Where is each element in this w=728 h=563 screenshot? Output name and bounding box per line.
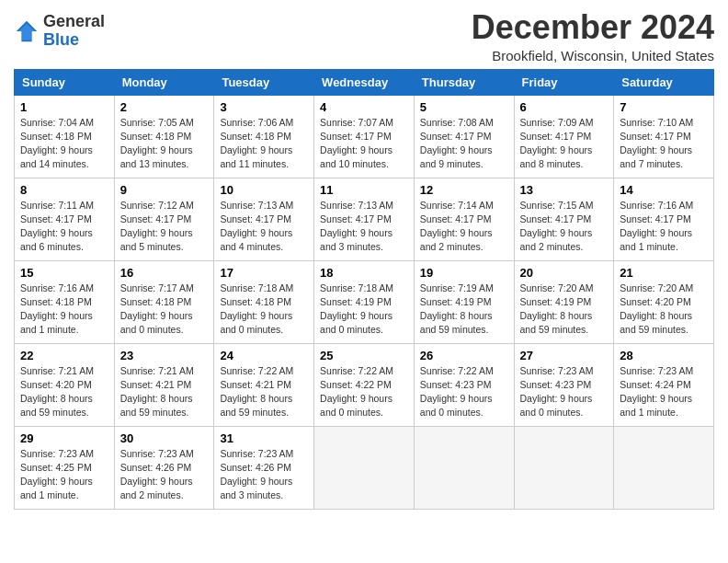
day-info: Sunrise: 7:22 AMSunset: 4:23 PMDaylight:… [420, 364, 508, 420]
week-row-3: 15Sunrise: 7:16 AMSunset: 4:18 PMDayligh… [15, 260, 714, 343]
header-friday: Friday [514, 69, 614, 95]
calendar-cell: 25Sunrise: 7:22 AMSunset: 4:22 PMDayligh… [314, 343, 415, 426]
calendar-cell: 14Sunrise: 7:16 AMSunset: 4:17 PMDayligh… [614, 178, 714, 260]
logo-icon [14, 18, 40, 44]
calendar-cell: 11Sunrise: 7:13 AMSunset: 4:17 PMDayligh… [314, 178, 415, 260]
day-number: 24 [220, 349, 308, 362]
day-info: Sunrise: 7:19 AMSunset: 4:19 PMDaylight:… [420, 282, 508, 338]
calendar-cell: 2Sunrise: 7:05 AMSunset: 4:18 PMDaylight… [114, 95, 214, 178]
day-number: 22 [20, 349, 108, 362]
day-info: Sunrise: 7:21 AMSunset: 4:21 PMDaylight:… [120, 364, 209, 420]
day-info: Sunrise: 7:10 AMSunset: 4:17 PMDaylight:… [620, 116, 708, 172]
day-number: 19 [420, 266, 508, 280]
day-info: Sunrise: 7:23 AMSunset: 4:25 PMDaylight:… [20, 447, 108, 503]
day-info: Sunrise: 7:21 AMSunset: 4:20 PMDaylight:… [20, 364, 108, 420]
day-number: 10 [220, 183, 308, 197]
day-number: 25 [320, 349, 408, 362]
day-number: 27 [520, 349, 609, 362]
day-info: Sunrise: 7:09 AMSunset: 4:17 PMDaylight:… [520, 116, 609, 172]
day-info: Sunrise: 7:12 AMSunset: 4:17 PMDaylight:… [120, 199, 209, 255]
title-block: December 2024 Brookfield, Wisconsin, Uni… [472, 9, 714, 63]
day-info: Sunrise: 7:16 AMSunset: 4:18 PMDaylight:… [20, 282, 108, 338]
calendar-cell: 29Sunrise: 7:23 AMSunset: 4:25 PMDayligh… [15, 426, 115, 509]
day-number: 30 [120, 431, 209, 445]
day-info: Sunrise: 7:23 AMSunset: 4:26 PMDaylight:… [220, 447, 308, 503]
calendar-cell: 24Sunrise: 7:22 AMSunset: 4:21 PMDayligh… [214, 343, 314, 426]
week-row-2: 8Sunrise: 7:11 AMSunset: 4:17 PMDaylight… [15, 178, 714, 260]
header-sunday: Sunday [15, 69, 115, 95]
day-number: 4 [320, 100, 408, 114]
day-info: Sunrise: 7:18 AMSunset: 4:18 PMDaylight:… [220, 282, 308, 338]
day-info: Sunrise: 7:15 AMSunset: 4:17 PMDaylight:… [520, 199, 609, 255]
day-number: 6 [520, 100, 609, 114]
day-number: 5 [420, 100, 508, 114]
calendar-cell: 19Sunrise: 7:19 AMSunset: 4:19 PMDayligh… [414, 260, 514, 343]
day-info: Sunrise: 7:08 AMSunset: 4:17 PMDaylight:… [420, 116, 508, 172]
header-wednesday: Wednesday [314, 69, 415, 95]
day-number: 11 [320, 183, 408, 197]
header-tuesday: Tuesday [214, 69, 314, 95]
calendar-cell: 15Sunrise: 7:16 AMSunset: 4:18 PMDayligh… [15, 260, 115, 343]
day-info: Sunrise: 7:07 AMSunset: 4:17 PMDaylight:… [320, 116, 408, 172]
day-info: Sunrise: 7:14 AMSunset: 4:17 PMDaylight:… [420, 199, 508, 255]
day-number: 12 [420, 183, 508, 197]
calendar-cell: 5Sunrise: 7:08 AMSunset: 4:17 PMDaylight… [414, 95, 514, 178]
day-info: Sunrise: 7:13 AMSunset: 4:17 PMDaylight:… [320, 199, 408, 255]
calendar-cell: 26Sunrise: 7:22 AMSunset: 4:23 PMDayligh… [414, 343, 514, 426]
day-number: 13 [520, 183, 609, 197]
day-number: 17 [220, 266, 308, 280]
calendar-cell: 10Sunrise: 7:13 AMSunset: 4:17 PMDayligh… [214, 178, 314, 260]
svg-marker-1 [18, 23, 35, 40]
day-number: 9 [120, 183, 209, 197]
day-number: 7 [620, 100, 708, 114]
calendar-cell: 13Sunrise: 7:15 AMSunset: 4:17 PMDayligh… [514, 178, 614, 260]
day-info: Sunrise: 7:23 AMSunset: 4:23 PMDaylight:… [520, 364, 609, 420]
week-row-5: 29Sunrise: 7:23 AMSunset: 4:25 PMDayligh… [15, 426, 714, 509]
day-number: 3 [220, 100, 308, 114]
day-info: Sunrise: 7:23 AMSunset: 4:26 PMDaylight:… [120, 447, 209, 503]
day-number: 18 [320, 266, 408, 280]
logo-blue: Blue [43, 31, 105, 50]
calendar-cell: 31Sunrise: 7:23 AMSunset: 4:26 PMDayligh… [214, 426, 314, 509]
calendar-cell: 4Sunrise: 7:07 AMSunset: 4:17 PMDaylight… [314, 95, 415, 178]
day-number: 8 [20, 183, 108, 197]
logo-general: General [43, 13, 105, 31]
day-number: 21 [620, 266, 708, 280]
header-saturday: Saturday [614, 69, 714, 95]
day-number: 20 [520, 266, 609, 280]
calendar-cell: 1Sunrise: 7:04 AMSunset: 4:18 PMDaylight… [15, 95, 115, 178]
month-title: December 2024 [472, 9, 714, 46]
day-info: Sunrise: 7:20 AMSunset: 4:19 PMDaylight:… [520, 282, 609, 338]
calendar-cell: 21Sunrise: 7:20 AMSunset: 4:20 PMDayligh… [614, 260, 714, 343]
day-number: 31 [220, 431, 308, 445]
calendar-cell: 20Sunrise: 7:20 AMSunset: 4:19 PMDayligh… [514, 260, 614, 343]
day-info: Sunrise: 7:05 AMSunset: 4:18 PMDaylight:… [120, 116, 209, 172]
calendar-cell: 28Sunrise: 7:23 AMSunset: 4:24 PMDayligh… [614, 343, 714, 426]
day-number: 29 [20, 431, 108, 445]
calendar-cell: 27Sunrise: 7:23 AMSunset: 4:23 PMDayligh… [514, 343, 614, 426]
day-info: Sunrise: 7:04 AMSunset: 4:18 PMDaylight:… [20, 116, 108, 172]
day-info: Sunrise: 7:06 AMSunset: 4:18 PMDaylight:… [220, 116, 308, 172]
calendar-cell [414, 426, 514, 509]
calendar-cell: 30Sunrise: 7:23 AMSunset: 4:26 PMDayligh… [114, 426, 214, 509]
calendar-table: SundayMondayTuesdayWednesdayThursdayFrid… [14, 69, 714, 510]
day-info: Sunrise: 7:13 AMSunset: 4:17 PMDaylight:… [220, 199, 308, 255]
day-info: Sunrise: 7:18 AMSunset: 4:19 PMDaylight:… [320, 282, 408, 338]
day-number: 16 [120, 266, 209, 280]
calendar-cell: 6Sunrise: 7:09 AMSunset: 4:17 PMDaylight… [514, 95, 614, 178]
day-info: Sunrise: 7:22 AMSunset: 4:21 PMDaylight:… [220, 364, 308, 420]
calendar-cell [314, 426, 415, 509]
day-info: Sunrise: 7:16 AMSunset: 4:17 PMDaylight:… [620, 199, 708, 255]
logo-text: General Blue [43, 13, 105, 50]
calendar-cell: 12Sunrise: 7:14 AMSunset: 4:17 PMDayligh… [414, 178, 514, 260]
week-row-1: 1Sunrise: 7:04 AMSunset: 4:18 PMDaylight… [15, 95, 714, 178]
calendar-cell: 7Sunrise: 7:10 AMSunset: 4:17 PMDaylight… [614, 95, 714, 178]
day-info: Sunrise: 7:17 AMSunset: 4:18 PMDaylight:… [120, 282, 209, 338]
day-number: 1 [20, 100, 108, 114]
location: Brookfield, Wisconsin, United States [472, 48, 714, 63]
day-number: 2 [120, 100, 209, 114]
day-number: 26 [420, 349, 508, 362]
week-row-4: 22Sunrise: 7:21 AMSunset: 4:20 PMDayligh… [15, 343, 714, 426]
day-number: 23 [120, 349, 209, 362]
calendar-cell: 18Sunrise: 7:18 AMSunset: 4:19 PMDayligh… [314, 260, 415, 343]
